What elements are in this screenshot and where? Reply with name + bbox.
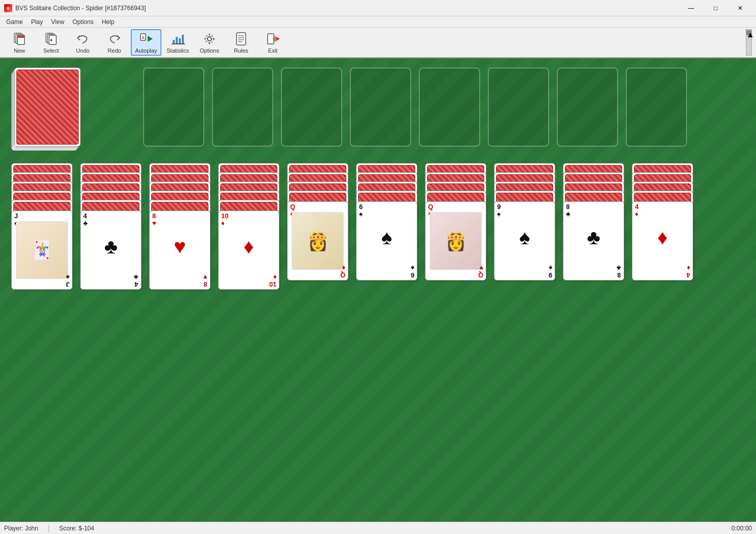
svg-point-16 (207, 37, 211, 41)
rules-icon (234, 32, 248, 46)
card-Q-hearts[interactable]: Q♥ 👸 Q♥ (425, 201, 486, 281)
svg-rect-11 (173, 40, 175, 44)
time-info: 0:00:00 (731, 525, 752, 532)
svg-rect-22 (237, 33, 246, 45)
foundation-slot-3 (281, 67, 342, 147)
select-icon: ♠ (44, 32, 58, 46)
close-button[interactable]: ✕ (728, 0, 752, 16)
statistics-label: Statistics (167, 48, 189, 54)
foundation-slot-2 (212, 67, 273, 147)
svg-rect-3 (18, 36, 24, 38)
svg-text:♠: ♠ (50, 37, 53, 42)
player-info: Player: John (4, 525, 38, 532)
minimize-button[interactable]: — (679, 0, 703, 16)
redo-label: Redo (108, 48, 121, 54)
statusbar: Player: John Score: $-104 0:00:00 (0, 522, 756, 534)
rules-label: Rules (234, 48, 248, 54)
maximize-button[interactable]: □ (704, 0, 727, 16)
menu-game[interactable]: Game (2, 17, 27, 27)
options-label: Options (200, 48, 219, 54)
undo-label: Undo (76, 48, 89, 54)
autoplay-icon: A (139, 32, 153, 46)
app-icon: ♠ (4, 4, 12, 12)
menubar: Game Play View Options Help (0, 16, 756, 28)
exit-button[interactable]: Exit (257, 29, 288, 56)
card-J-spades[interactable]: J♠ 🃏 J♠ (11, 211, 73, 290)
svg-rect-13 (179, 38, 181, 44)
svg-rect-12 (176, 37, 178, 44)
card-9-spades[interactable]: 9♠ ♠ 9♠ (494, 201, 555, 281)
svg-marker-10 (148, 36, 153, 42)
foundation-slot-1 (143, 67, 204, 147)
window-controls: — □ ✕ (679, 0, 752, 16)
exit-label: Exit (268, 48, 277, 54)
foundation-slot-5 (419, 67, 480, 147)
autoplay-button[interactable]: A Autoplay (131, 29, 161, 56)
foundation-slot-8 (626, 67, 687, 147)
undo-button[interactable]: Undo (67, 29, 98, 56)
menu-help[interactable]: Help (98, 17, 119, 27)
exit-icon (266, 32, 280, 46)
new-button[interactable]: New (4, 29, 35, 56)
menu-options[interactable]: Options (68, 17, 98, 27)
options-icon (202, 32, 217, 46)
svg-rect-14 (182, 35, 184, 44)
select-label: Select (43, 48, 59, 54)
new-icon (12, 32, 27, 46)
card-10-diamonds[interactable]: 10♦ ♦ 10♦ (218, 211, 279, 290)
game-area: J♠ 🃏 J♠ 4♣ ♣ 4♣ 8♥ ♥ (0, 58, 756, 534)
statistics-icon (171, 32, 185, 46)
card-8-hearts[interactable]: 8♥ ♥ 8♥ (149, 211, 210, 290)
stock-pile[interactable] (11, 67, 80, 149)
card-6-spades[interactable]: 6♠ ♠ 6♠ (356, 201, 417, 281)
card-8-clubs[interactable]: 8♣ ♣ 8♣ (563, 201, 624, 281)
autoplay-label: Autoplay (135, 48, 157, 54)
window-title: BVS Solitaire Collection - Spider [#1873… (15, 5, 679, 12)
foundation-slot-6 (488, 67, 549, 147)
undo-icon (76, 32, 90, 46)
rules-button[interactable]: Rules (226, 29, 256, 56)
statusbar-sep-1 (49, 525, 49, 532)
foundation-slot-4 (350, 67, 411, 147)
menu-view[interactable]: View (47, 17, 68, 27)
toolbar: New ♠ Select Undo (0, 28, 756, 58)
redo-button[interactable]: Redo (99, 29, 130, 56)
card-4-clubs[interactable]: 4♣ ♣ 4♣ (80, 211, 141, 290)
menu-play[interactable]: Play (27, 17, 47, 27)
titlebar: ♠ BVS Solitaire Collection - Spider [#18… (0, 0, 756, 16)
svg-text:A: A (141, 35, 145, 40)
options-button[interactable]: Options (194, 29, 225, 56)
card-4-diamonds[interactable]: 4♦ ♦ 4♦ (632, 201, 693, 281)
card-Q-diamonds[interactable]: Q♦ 👸 Q♦ (287, 201, 348, 281)
score-info: Score: $-104 (59, 525, 94, 532)
svg-point-17 (205, 35, 214, 43)
column-0: J♠ 🃏 J♠ (11, 163, 73, 243)
toolbar-scrollbar[interactable]: ▲ (746, 29, 752, 56)
redo-icon (107, 32, 122, 46)
foundation-slot-7 (557, 67, 618, 147)
statistics-button[interactable]: Statistics (162, 29, 193, 56)
new-label: New (14, 48, 25, 54)
select-button[interactable]: ♠ Select (36, 29, 66, 56)
